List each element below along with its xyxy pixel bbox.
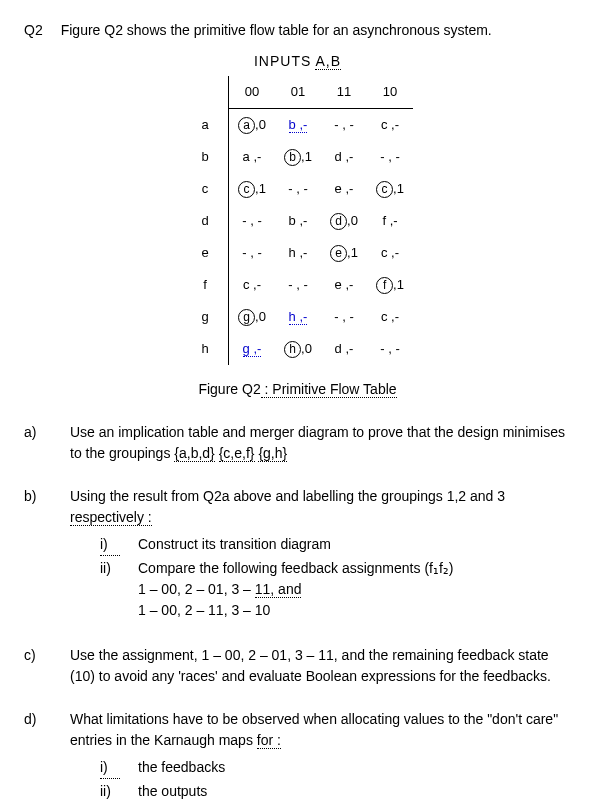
subpart-text: Construct its transition diagram xyxy=(138,534,331,556)
flow-cell: c ,- xyxy=(367,301,413,333)
subpart-label: i) xyxy=(100,534,120,556)
subpart-ii: ii) Compare the following feedback assig… xyxy=(100,558,571,621)
part-label: c) xyxy=(24,645,48,687)
subpart-label: i) xyxy=(100,757,120,779)
part-label: a) xyxy=(24,422,48,464)
flow-cell: b ,- xyxy=(275,109,321,142)
flow-cell: d ,- xyxy=(321,333,367,365)
subpart-text: the feedbacks xyxy=(138,757,225,779)
row-label: d xyxy=(182,205,229,237)
flow-cell: c ,- xyxy=(367,237,413,269)
subpart-text: the outputs xyxy=(138,781,207,802)
flow-cell: c,1 xyxy=(367,173,413,205)
part-label: b) xyxy=(24,486,48,623)
flow-cell: - , - xyxy=(229,237,276,269)
flow-cell: a ,- xyxy=(229,141,276,173)
row-label: e xyxy=(182,237,229,269)
row-label: b xyxy=(182,141,229,173)
flow-cell: e ,- xyxy=(321,269,367,301)
part-c: c) Use the assignment, 1 – 00, 2 – 01, 3… xyxy=(24,645,571,687)
part-body: Use the assignment, 1 – 00, 2 – 01, 3 – … xyxy=(70,645,571,687)
flow-cell: d,0 xyxy=(321,205,367,237)
flow-cell: - , - xyxy=(275,173,321,205)
part-body: What limitations have to be observed whe… xyxy=(70,709,571,802)
subpart-text: Compare the following feedback assignmen… xyxy=(138,558,453,621)
col-header: 01 xyxy=(275,76,321,109)
subpart-ii: ii) the outputs xyxy=(100,781,571,802)
flow-table: 00 01 11 10 aa,0b ,- - , -c ,-ba ,-b,1d … xyxy=(24,76,571,365)
flow-cell: h ,- xyxy=(275,237,321,269)
flow-cell: - , - xyxy=(229,205,276,237)
subpart-label: ii) xyxy=(100,558,120,621)
flow-cell: h ,- xyxy=(275,301,321,333)
flow-cell: b ,- xyxy=(275,205,321,237)
flow-cell: g ,- xyxy=(229,333,276,365)
part-b: b) Using the result from Q2a above and l… xyxy=(24,486,571,623)
flow-cell: d ,- xyxy=(321,141,367,173)
flow-cell: h,0 xyxy=(275,333,321,365)
flow-cell: - , - xyxy=(321,301,367,333)
flow-cell: g,0 xyxy=(229,301,276,333)
flow-cell: b,1 xyxy=(275,141,321,173)
part-body: Use an implication table and merger diag… xyxy=(70,422,571,464)
subpart-i: i) Construct its transition diagram xyxy=(100,534,571,556)
flow-cell: - , - xyxy=(367,141,413,173)
figure-caption: Figure Q2 : Primitive Flow Table xyxy=(24,379,571,400)
flow-cell: f ,- xyxy=(367,205,413,237)
flow-cell: c,1 xyxy=(229,173,276,205)
question-number: Q2 xyxy=(24,20,43,41)
row-label: c xyxy=(182,173,229,205)
flow-cell: - , - xyxy=(367,333,413,365)
question-header: Q2 Figure Q2 shows the primitive flow ta… xyxy=(24,20,571,41)
flow-cell: a,0 xyxy=(229,109,276,142)
part-body: Using the result from Q2a above and labe… xyxy=(70,486,571,623)
part-a: a) Use an implication table and merger d… xyxy=(24,422,571,464)
col-header: 11 xyxy=(321,76,367,109)
col-header: 10 xyxy=(367,76,413,109)
question-intro: Figure Q2 shows the primitive flow table… xyxy=(61,20,492,41)
col-header: 00 xyxy=(229,76,276,109)
flow-cell: - , - xyxy=(275,269,321,301)
row-label: a xyxy=(182,109,229,142)
row-label: h xyxy=(182,333,229,365)
flow-cell: c ,- xyxy=(229,269,276,301)
flow-cell: e ,- xyxy=(321,173,367,205)
flow-cell: - , - xyxy=(321,109,367,142)
part-label: d) xyxy=(24,709,48,802)
subpart-label: ii) xyxy=(100,781,120,802)
flow-cell: f,1 xyxy=(367,269,413,301)
row-label: f xyxy=(182,269,229,301)
flow-cell: c ,- xyxy=(367,109,413,142)
subpart-i: i) the feedbacks xyxy=(100,757,571,779)
part-d: d) What limitations have to be observed … xyxy=(24,709,571,802)
inputs-label: INPUTS A,B xyxy=(24,51,571,72)
row-label: g xyxy=(182,301,229,333)
flow-cell: e,1 xyxy=(321,237,367,269)
